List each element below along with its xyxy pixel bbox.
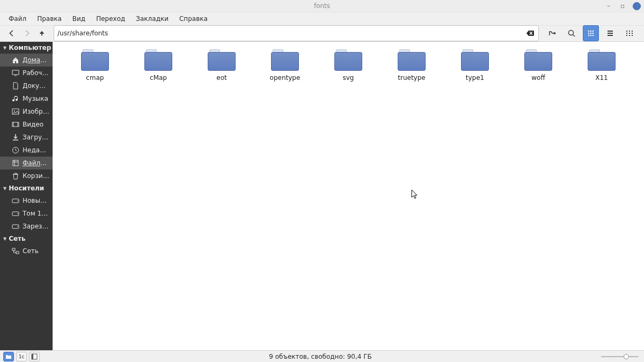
sidebar-item[interactable]: Файло… bbox=[0, 157, 53, 169]
folder-icon bbox=[398, 49, 426, 71]
close-button[interactable] bbox=[633, 2, 641, 10]
svg-rect-15 bbox=[629, 35, 630, 36]
menu-help[interactable]: Справка bbox=[174, 12, 213, 25]
folder-label: cmap bbox=[86, 74, 104, 82]
folder-item[interactable]: opentype bbox=[253, 49, 317, 82]
sidebar-section-header[interactable]: ▼Сеть bbox=[0, 233, 53, 245]
svg-point-5 bbox=[590, 33, 592, 34]
sidebar-item-label: Том 14… bbox=[23, 210, 49, 217]
menu-view[interactable]: Вид bbox=[67, 12, 91, 25]
sidebar-item[interactable]: Сеть bbox=[0, 245, 53, 257]
svg-rect-11 bbox=[626, 33, 627, 34]
sidebar-item[interactable]: Рабочи… bbox=[0, 67, 53, 79]
sidebar-item[interactable]: Музыка bbox=[0, 92, 53, 105]
folder-item[interactable]: X11 bbox=[570, 49, 633, 82]
svg-point-0 bbox=[569, 31, 574, 35]
folder-label: X11 bbox=[595, 74, 608, 82]
sidebar-item-label: Домаш… bbox=[23, 56, 49, 64]
folder-item[interactable]: eot bbox=[190, 49, 253, 82]
statusbar-sidepane-button[interactable] bbox=[29, 352, 40, 361]
nav-back-button[interactable] bbox=[8, 29, 16, 38]
picture-icon bbox=[12, 108, 19, 115]
sidebar-item[interactable]: Докуме… bbox=[0, 79, 53, 92]
folder-label: eot bbox=[216, 74, 226, 82]
folder-item[interactable]: svg bbox=[317, 49, 380, 82]
folder-label: cMap bbox=[150, 74, 167, 82]
folder-item[interactable]: cMap bbox=[127, 49, 190, 82]
nav-up-button[interactable] bbox=[38, 29, 46, 38]
folder-item[interactable]: cmap bbox=[63, 49, 127, 82]
svg-point-3 bbox=[592, 31, 594, 32]
sidebar-item[interactable]: Изобр… bbox=[0, 105, 53, 118]
sidebar-item-label: Музыка bbox=[23, 95, 48, 102]
svg-rect-17 bbox=[632, 33, 633, 34]
view-icons-button[interactable] bbox=[583, 25, 599, 41]
list-icon bbox=[606, 29, 614, 38]
disclosure-triangle-icon: ▼ bbox=[3, 186, 6, 191]
svg-rect-34 bbox=[32, 354, 33, 359]
toolbar: /usr/share/fonts bbox=[0, 26, 644, 42]
menu-edit[interactable]: Правка bbox=[32, 12, 67, 25]
svg-point-6 bbox=[592, 33, 594, 34]
sidebar-item-label: Зарезе… bbox=[23, 223, 49, 230]
status-text: 9 объектов, свободно: 90,4 ГБ bbox=[40, 353, 601, 360]
location-clear-button[interactable] bbox=[525, 28, 535, 38]
svg-rect-24 bbox=[13, 160, 18, 166]
sidebar-item-label: Новый … bbox=[23, 197, 49, 204]
location-bar[interactable]: /usr/share/fonts bbox=[54, 25, 539, 41]
folder-label: woff bbox=[531, 74, 545, 82]
svg-point-30 bbox=[17, 226, 18, 227]
sidebar-item[interactable]: Загрузки bbox=[0, 131, 53, 144]
svg-rect-14 bbox=[629, 33, 630, 34]
file-content-area[interactable]: cmapcMapeotopentypesvgtruetypetype1woffX… bbox=[53, 42, 644, 350]
location-path: /usr/share/fonts bbox=[57, 29, 108, 37]
sidebar-section-header[interactable]: ▼Компьютер bbox=[0, 42, 53, 54]
toggle-location-button[interactable] bbox=[544, 25, 560, 41]
sidepane-icon bbox=[31, 353, 38, 360]
download-icon bbox=[12, 134, 19, 141]
nav-forward-button[interactable] bbox=[23, 29, 31, 38]
sidebar-item[interactable]: Видео bbox=[0, 118, 53, 131]
menu-go[interactable]: Переход bbox=[91, 12, 130, 25]
minimize-button[interactable]: – bbox=[605, 2, 612, 10]
trash-icon bbox=[12, 172, 19, 180]
files-icon bbox=[12, 159, 19, 167]
view-list-button[interactable] bbox=[602, 25, 618, 41]
folder-icon bbox=[271, 49, 299, 71]
recent-icon bbox=[12, 146, 19, 154]
folder-icon bbox=[144, 49, 172, 71]
sidebar-item[interactable]: Том 14… bbox=[0, 207, 53, 220]
sidebar-item-label: Корзина bbox=[23, 172, 49, 180]
folder-label: type1 bbox=[466, 74, 484, 82]
search-button[interactable] bbox=[564, 25, 580, 41]
sidebar-item[interactable]: Недавн… bbox=[0, 144, 53, 157]
statusbar-tree-button[interactable]: 1c bbox=[16, 352, 27, 361]
sidebar-item[interactable]: Домаш… bbox=[0, 54, 53, 67]
svg-point-1 bbox=[588, 31, 590, 32]
svg-rect-13 bbox=[629, 31, 630, 32]
folder-icon bbox=[5, 353, 12, 360]
folder-item[interactable]: woff bbox=[507, 49, 570, 82]
zoom-slider[interactable] bbox=[601, 356, 644, 357]
sidebar-item[interactable]: Зарезе… bbox=[0, 220, 53, 233]
folder-icon bbox=[588, 49, 616, 71]
path-toggle-icon bbox=[548, 29, 557, 38]
view-compact-button[interactable] bbox=[621, 25, 638, 41]
arrow-left-icon bbox=[8, 29, 16, 37]
arrow-right-icon bbox=[23, 29, 31, 37]
statusbar-places-button[interactable] bbox=[3, 352, 14, 361]
sidebar-item[interactable]: Новый … bbox=[0, 194, 53, 207]
sidebar-item[interactable]: Корзина bbox=[0, 169, 53, 182]
folder-item[interactable]: type1 bbox=[443, 49, 507, 82]
sidebar-section-header[interactable]: ▼Носители bbox=[0, 182, 53, 194]
menu-bookmarks[interactable]: Закладки bbox=[130, 12, 174, 25]
folder-icon bbox=[461, 49, 489, 71]
sidebar-item-label: Недавн… bbox=[23, 146, 49, 154]
status-bar: 1c 9 объектов, свободно: 90,4 ГБ bbox=[0, 350, 644, 362]
folder-icon bbox=[334, 49, 362, 71]
folder-item[interactable]: truetype bbox=[380, 49, 443, 82]
menu-file[interactable]: Файл bbox=[3, 12, 32, 25]
maximize-button[interactable]: ▫ bbox=[619, 2, 626, 10]
svg-rect-18 bbox=[632, 35, 633, 36]
grid-icon bbox=[587, 29, 595, 38]
